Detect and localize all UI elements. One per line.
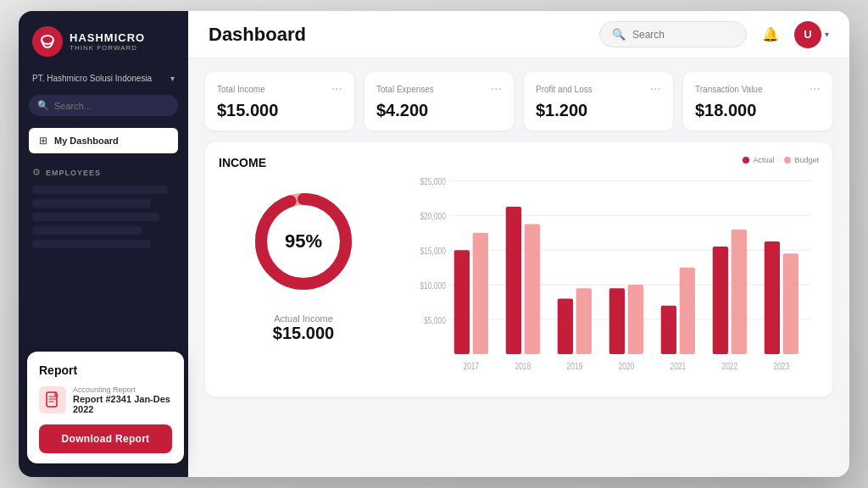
svg-text:2018: 2018 <box>515 362 531 371</box>
company-name: PT. Hashmicro Solusi Indonesia <box>32 74 152 83</box>
file-type: Accounting Report <box>73 385 172 394</box>
employees-icon: ⚙ <box>32 167 41 178</box>
svg-rect-24 <box>628 285 643 354</box>
svg-rect-30 <box>732 230 747 354</box>
income-section: INCOME 95% A <box>205 142 832 396</box>
sidebar-logo: HASHMICRO THINK FORWARD <box>19 11 188 69</box>
svg-rect-15 <box>473 233 488 354</box>
chart-legend: Actual Budget <box>405 156 819 164</box>
company-selector[interactable]: PT. Hashmicro Solusi Indonesia ▾ <box>19 69 188 88</box>
income-right: Actual Budget $25,000$20,000$15,000$10,0… <box>405 156 819 383</box>
sidebar-search-input[interactable] <box>54 101 170 111</box>
legend-budget-dot <box>784 157 791 164</box>
nav-item-5[interactable] <box>32 240 151 248</box>
sidebar-search[interactable]: 🔍 <box>29 95 178 116</box>
actual-income-value: $15.000 <box>273 324 334 343</box>
svg-rect-18 <box>525 225 540 354</box>
nav-item-1[interactable] <box>32 186 168 194</box>
nav-item-4[interactable] <box>32 226 142 235</box>
topbar: Dashboard 🔍 🔔 U ▾ <box>188 11 849 58</box>
svg-rect-21 <box>576 288 592 354</box>
card-header-2: Profit and Loss ··· <box>536 82 661 96</box>
brand-name: HASHMICRO <box>70 31 145 44</box>
metric-card-2: Profit and Loss ··· $1.200 <box>524 72 673 130</box>
card-value-0: $15.000 <box>217 101 342 120</box>
svg-rect-28 <box>661 306 676 354</box>
logo-icon <box>32 26 63 57</box>
page-title: Dashboard <box>209 24 306 46</box>
card-label-2: Profit and Loss <box>536 85 593 94</box>
avatar[interactable]: U <box>794 21 821 48</box>
file-info: Accounting Report Report #2341 Jan-Des 2… <box>73 385 172 414</box>
bar-chart-area: $25,000$20,000$15,000$10,000$5,000201720… <box>405 171 819 383</box>
file-icon <box>39 386 66 413</box>
topbar-search-input[interactable] <box>632 29 734 41</box>
card-dots-2[interactable]: ··· <box>650 82 661 96</box>
employees-label: EMPLOYEES <box>46 169 101 177</box>
file-name: Report #2341 Jan-Des 2022 <box>73 394 172 414</box>
card-value-3: $18.000 <box>695 101 821 120</box>
card-value-1: $4.200 <box>376 101 502 120</box>
notification-bell-icon[interactable]: 🔔 <box>757 21 784 48</box>
svg-rect-16 <box>454 250 470 354</box>
card-dots-1[interactable]: ··· <box>491 82 502 96</box>
donut-percent: 95% <box>285 230 322 252</box>
donut-center: 95% <box>285 230 322 252</box>
legend-actual-label: Actual <box>753 156 774 164</box>
avatar-chevron-icon: ▾ <box>825 30 829 39</box>
screen-wrapper: HASHMICRO THINK FORWARD PT. Hashmicro So… <box>19 11 849 477</box>
brand-tagline: THINK FORWARD <box>70 44 145 52</box>
legend-actual: Actual <box>743 156 774 164</box>
card-dots-3[interactable]: ··· <box>810 82 821 96</box>
my-dashboard-label: My Dashboard <box>54 136 119 146</box>
svg-text:2023: 2023 <box>773 362 789 371</box>
topbar-search-box[interactable]: 🔍 <box>599 21 747 47</box>
metric-cards: Total Income ··· $15.000 Total Expenses … <box>205 72 832 130</box>
logo-text: HASHMICRO THINK FORWARD <box>70 31 145 52</box>
report-card-title: Report <box>39 363 172 377</box>
sidebar: HASHMICRO THINK FORWARD PT. Hashmicro So… <box>19 11 188 477</box>
svg-text:2021: 2021 <box>670 362 686 371</box>
svg-text:$20,000: $20,000 <box>420 212 445 221</box>
metric-card-0: Total Income ··· $15.000 <box>205 72 354 130</box>
svg-text:2017: 2017 <box>463 362 479 371</box>
svg-rect-34 <box>765 241 780 354</box>
svg-rect-25 <box>609 288 625 354</box>
report-file: Accounting Report Report #2341 Jan-Des 2… <box>39 385 172 414</box>
svg-text:2019: 2019 <box>566 362 582 371</box>
bar-chart-svg: $25,000$20,000$15,000$10,000$5,000201720… <box>405 171 819 383</box>
topbar-search-icon: 🔍 <box>612 28 626 41</box>
svg-rect-19 <box>506 207 521 354</box>
card-header-0: Total Income ··· <box>217 82 342 96</box>
svg-text:$5,000: $5,000 <box>424 316 446 325</box>
card-header-3: Transaction Value ··· <box>695 82 821 96</box>
card-value-2: $1.200 <box>536 101 661 120</box>
download-report-button[interactable]: Download Report <box>39 424 172 453</box>
nav-item-2[interactable] <box>32 199 151 208</box>
card-header-1: Total Expenses ··· <box>376 82 502 96</box>
nav-item-3[interactable] <box>32 213 159 221</box>
user-avatar-wrapper[interactable]: U ▾ <box>794 21 829 48</box>
svg-point-0 <box>42 36 53 44</box>
dashboard-icon: ⊞ <box>39 135 47 147</box>
svg-text:2020: 2020 <box>618 362 634 371</box>
donut-chart: 95% <box>248 186 359 297</box>
search-icon: 🔍 <box>37 100 49 111</box>
card-dots-0[interactable]: ··· <box>331 82 342 96</box>
svg-rect-33 <box>783 253 798 354</box>
card-label-3: Transaction Value <box>695 85 763 94</box>
card-label-1: Total Expenses <box>376 85 434 94</box>
svg-text:$15,000: $15,000 <box>420 247 445 256</box>
legend-budget: Budget <box>784 156 819 164</box>
metric-card-1: Total Expenses ··· $4.200 <box>364 72 514 130</box>
legend-budget-label: Budget <box>794 156 819 164</box>
income-title: INCOME <box>219 156 266 169</box>
my-dashboard-item[interactable]: ⊞ My Dashboard <box>29 128 178 153</box>
svg-rect-22 <box>558 298 573 353</box>
report-card: Report Accounting Report Report #2341 Ja… <box>27 352 184 463</box>
income-left: INCOME 95% A <box>219 156 388 383</box>
legend-actual-dot <box>743 157 749 164</box>
metric-card-3: Transaction Value ··· $18.000 <box>683 72 832 130</box>
chevron-down-icon: ▾ <box>170 74 175 83</box>
dashboard-body: Total Income ··· $15.000 Total Expenses … <box>188 58 849 477</box>
